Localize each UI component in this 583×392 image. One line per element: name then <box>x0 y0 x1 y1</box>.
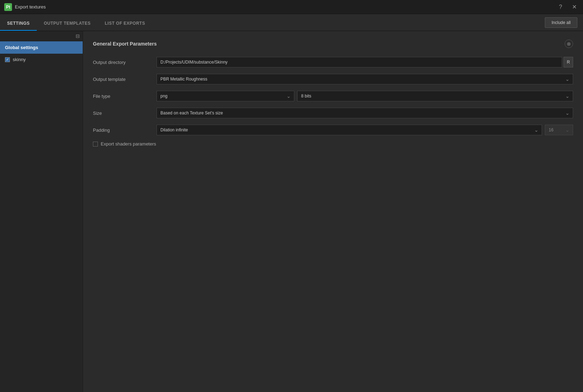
file-type-bitdepth-wrapper: 8 bits 16 bits 32 bits <box>297 91 573 101</box>
padding-num-input[interactable] <box>545 125 573 135</box>
app-icon: Pt <box>4 3 12 11</box>
export-shaders-row: Export shaders parameters <box>93 141 573 147</box>
export-shaders-label[interactable]: Export shaders parameters <box>101 141 156 147</box>
output-template-label: Output template <box>93 77 157 82</box>
output-directory-input[interactable] <box>157 57 562 67</box>
padding-type-wrapper: Dilation infinite Dilation No padding <box>157 125 542 135</box>
output-directory-control: R <box>157 57 573 67</box>
export-shaders-checkbox[interactable] <box>93 142 98 147</box>
file-type-label: File type <box>93 94 157 99</box>
file-type-row: File type png jpeg tga exr tiff bmp 8 bi… <box>93 90 573 102</box>
size-select[interactable]: Based on each Texture Set's size 512 102… <box>157 108 573 118</box>
close-button[interactable]: ✕ <box>570 4 579 11</box>
file-type-bitdepth-select[interactable]: 8 bits 16 bits 32 bits <box>297 91 573 101</box>
tab-settings[interactable]: SETTINGS <box>0 17 37 31</box>
output-directory-browse-button[interactable]: R <box>564 57 573 67</box>
main-layout: ⊟ Global settings ✓ skinny General Expor… <box>0 31 583 392</box>
reset-icon[interactable]: ⊗ <box>565 40 573 48</box>
output-directory-row: Output directory R <box>93 57 573 68</box>
filter-icon[interactable]: ⊟ <box>76 33 80 39</box>
sidebar-item-global-settings[interactable]: Global settings <box>0 41 83 54</box>
file-type-format-select[interactable]: png jpeg tga exr tiff bmp <box>157 91 294 101</box>
section-title: General Export Parameters <box>93 41 157 47</box>
include-all-button[interactable]: Include all <box>545 17 577 28</box>
size-label: Size <box>93 111 157 116</box>
padding-type-select[interactable]: Dilation infinite Dilation No padding <box>157 125 542 135</box>
titlebar: Pt Export textures ? ✕ <box>0 0 583 14</box>
file-type-format-wrapper: png jpeg tga exr tiff bmp <box>157 91 294 101</box>
content-area: General Export Parameters ⊗ Output direc… <box>83 31 583 392</box>
titlebar-left: Pt Export textures <box>4 3 46 11</box>
size-control: Based on each Texture Set's size 512 102… <box>157 108 573 118</box>
output-template-control: PBR Metallic Roughness PBR Specular Glos… <box>157 74 573 84</box>
padding-num-wrapper <box>545 125 573 135</box>
skinny-checkbox-icon: ✓ <box>5 57 10 62</box>
size-row: Size Based on each Texture Set's size 51… <box>93 107 573 119</box>
checkmark-icon: ✓ <box>6 58 9 61</box>
output-template-select[interactable]: PBR Metallic Roughness PBR Specular Glos… <box>157 74 573 84</box>
padding-row: Padding Dilation infinite Dilation No pa… <box>93 124 573 136</box>
tab-output-templates[interactable]: OUTPUT TEMPLATES <box>37 17 98 31</box>
titlebar-controls: ? ✕ <box>557 4 579 11</box>
sidebar: ⊟ Global settings ✓ skinny <box>0 31 83 392</box>
tab-list-of-exports[interactable]: LIST OF EXPORTS <box>98 17 152 31</box>
output-directory-label: Output directory <box>93 60 157 65</box>
tabbar: SETTINGS OUTPUT TEMPLATES LIST OF EXPORT… <box>0 14 583 31</box>
sidebar-item-skinny[interactable]: ✓ skinny <box>0 54 83 65</box>
padding-label: Padding <box>93 127 157 133</box>
content-header: General Export Parameters ⊗ <box>93 40 573 48</box>
help-button[interactable]: ? <box>557 4 564 11</box>
window-title: Export textures <box>15 4 46 10</box>
padding-control: Dilation infinite Dilation No padding <box>157 125 573 135</box>
file-type-control: png jpeg tga exr tiff bmp 8 bits 16 bits… <box>157 91 573 101</box>
sidebar-toolbar: ⊟ <box>0 31 83 41</box>
output-template-row: Output template PBR Metallic Roughness P… <box>93 73 573 85</box>
